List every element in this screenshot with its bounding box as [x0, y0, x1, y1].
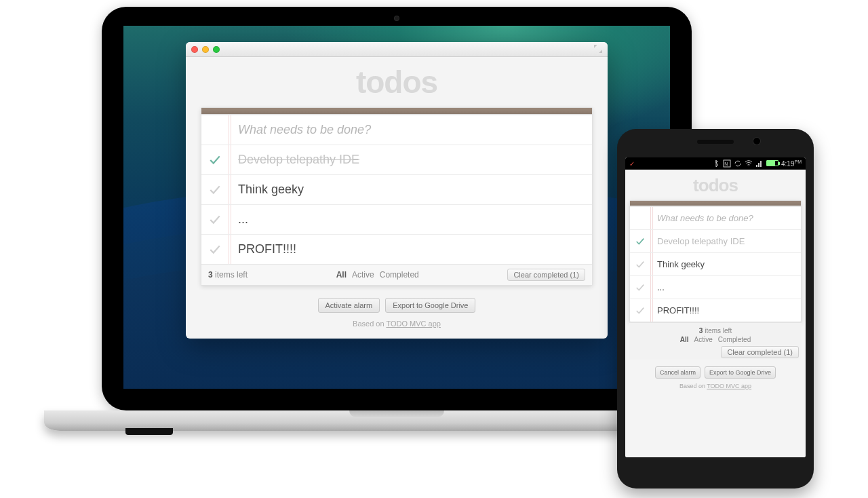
credits-link[interactable]: TODO MVC app — [386, 320, 441, 328]
card-header-strip — [630, 201, 801, 206]
check-icon[interactable] — [630, 260, 650, 269]
activate-alarm-button[interactable]: Activate alarm — [318, 298, 380, 313]
laptop-mockup: todos What needs to be done? Develop tel… — [102, 7, 692, 431]
todo-row[interactable]: Develop telepathy IDE — [630, 229, 801, 252]
items-left-count: 3 — [208, 270, 213, 280]
phone-mockup: ✓ N 4:19PM todos What needs to be done? — [617, 129, 814, 489]
todo-row[interactable]: PROFIT!!!! — [201, 234, 592, 264]
credits: Based on TODO MVC app — [629, 383, 802, 389]
todo-row[interactable]: PROFIT!!!! — [630, 299, 801, 322]
clear-completed-button[interactable]: Clear completed (1) — [507, 269, 585, 281]
cancel-alarm-button[interactable]: Cancel alarm — [655, 366, 701, 379]
filter-all[interactable]: All — [336, 270, 347, 280]
todo-row[interactable]: ... — [201, 204, 592, 234]
export-drive-button[interactable]: Export to Google Drive — [385, 298, 475, 313]
todo-row[interactable]: Think geeky — [201, 174, 592, 204]
filter-group: All Active Completed — [632, 336, 799, 343]
filter-all[interactable]: All — [680, 336, 689, 343]
card-header-strip — [201, 108, 592, 115]
check-icon[interactable] — [201, 154, 229, 166]
status-icons: N 4:19PM — [712, 159, 802, 168]
svg-text:N: N — [724, 161, 728, 166]
items-left-label: items left — [703, 327, 732, 334]
items-left: 3 items left — [632, 327, 799, 334]
credits-prefix: Based on — [353, 320, 386, 328]
check-icon[interactable] — [630, 237, 650, 246]
todo-text[interactable]: Think geeky — [229, 183, 584, 197]
action-buttons: Cancel alarm Export to Google Drive — [629, 366, 802, 379]
todo-list-card: What needs to be done? Develop telepathy… — [201, 107, 593, 286]
phone-screen: ✓ N 4:19PM todos What needs to be done? — [625, 157, 806, 457]
items-left: 3 items left — [208, 270, 248, 280]
todo-text[interactable]: PROFIT!!!! — [229, 242, 584, 256]
todo-list-card: What needs to be done? Develop telepathy… — [629, 200, 802, 322]
app-content: todos What needs to be done? Develop tel… — [186, 57, 608, 339]
todo-text[interactable]: PROFIT!!!! — [650, 305, 793, 315]
minimize-icon[interactable] — [202, 46, 209, 53]
zoom-icon[interactable] — [213, 46, 220, 53]
new-todo-input[interactable]: What needs to be done? — [229, 123, 584, 137]
todo-row[interactable]: Develop telepathy IDE — [201, 145, 592, 174]
close-icon[interactable] — [191, 46, 198, 53]
status-time: 4:19PM — [781, 159, 802, 168]
android-status-bar: ✓ N 4:19PM — [625, 157, 806, 170]
new-todo-row[interactable]: What needs to be done? — [630, 206, 801, 229]
filter-active[interactable]: Active — [352, 270, 374, 280]
credits: Based on TODO MVC app — [201, 320, 593, 328]
new-todo-input[interactable]: What needs to be done? — [650, 213, 793, 223]
app-title: todos — [201, 64, 593, 100]
svg-point-2 — [748, 166, 749, 166]
credits-prefix: Based on — [679, 383, 707, 389]
sync-icon — [734, 159, 742, 168]
app-window: todos What needs to be done? Develop tel… — [186, 42, 608, 339]
window-traffic-lights — [191, 46, 220, 53]
todo-text[interactable]: ... — [229, 212, 584, 227]
check-icon[interactable] — [630, 283, 650, 292]
action-buttons: Activate alarm Export to Google Drive — [201, 298, 593, 313]
todo-text[interactable]: Think geeky — [650, 259, 793, 269]
items-left-label: items left — [213, 270, 248, 280]
check-icon[interactable] — [201, 214, 229, 226]
laptop-foot — [125, 428, 173, 435]
list-footer: 3 items left All Active Completed Clear … — [629, 322, 802, 360]
todo-row[interactable]: ... — [630, 275, 801, 299]
todo-row[interactable]: Think geeky — [630, 252, 801, 275]
filter-completed[interactable]: Completed — [380, 270, 419, 280]
filter-completed[interactable]: Completed — [718, 336, 751, 343]
todo-text[interactable]: ... — [650, 282, 793, 292]
list-footer: 3 items left All Active Completed Clear … — [201, 264, 592, 285]
carrier-check-icon: ✓ — [629, 160, 635, 168]
bluetooth-icon — [712, 159, 720, 168]
filter-active[interactable]: Active — [694, 336, 713, 343]
cell-signal-icon — [755, 159, 764, 168]
new-todo-row[interactable]: What needs to be done? — [201, 115, 592, 145]
check-icon[interactable] — [201, 244, 229, 256]
laptop-bezel: todos What needs to be done? Develop tel… — [102, 7, 692, 410]
wifi-icon — [745, 159, 753, 168]
window-titlebar[interactable] — [186, 42, 608, 57]
laptop-desktop: todos What needs to be done? Develop tel… — [123, 26, 670, 389]
app-title: todos — [629, 175, 802, 196]
check-icon[interactable] — [630, 306, 650, 315]
laptop-camera — [395, 16, 399, 20]
todo-text[interactable]: Develop telepathy IDE — [229, 153, 584, 167]
nfc-icon: N — [723, 159, 731, 168]
todo-text[interactable]: Develop telepathy IDE — [650, 236, 793, 246]
clear-completed-button[interactable]: Clear completed (1) — [721, 346, 799, 358]
phone-app-content: todos What needs to be done? Develop tel… — [625, 170, 806, 457]
filter-group: All Active Completed — [336, 270, 419, 280]
battery-icon — [766, 160, 778, 166]
export-drive-button[interactable]: Export to Google Drive — [705, 366, 776, 379]
credits-link[interactable]: TODO MVC app — [707, 383, 751, 389]
fullscreen-icon[interactable] — [594, 45, 602, 53]
check-icon[interactable] — [201, 184, 229, 196]
